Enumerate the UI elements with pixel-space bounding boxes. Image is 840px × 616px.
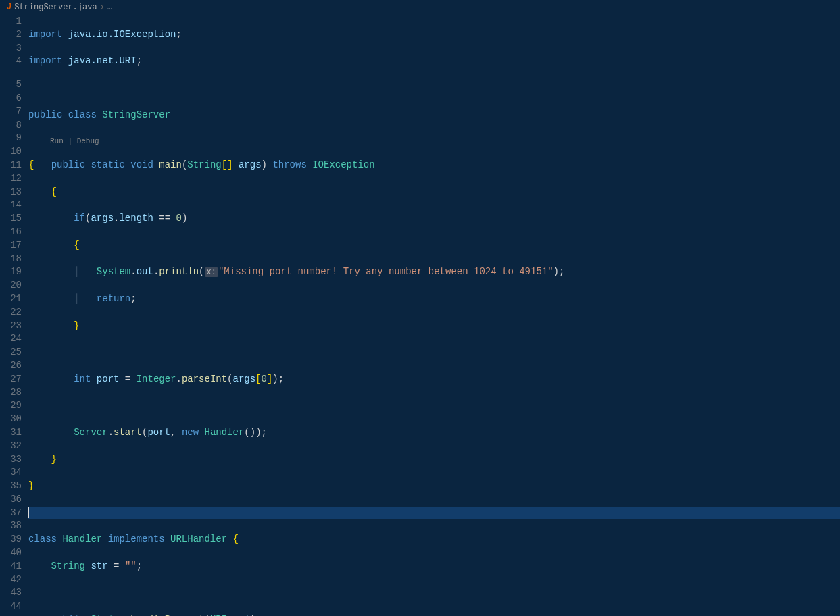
line-number: 32 [0, 440, 22, 453]
code-line[interactable]: int port = Integer.parseInt(args[0]); [28, 373, 840, 386]
line-number: 39 [0, 533, 22, 546]
code-line[interactable]: } [28, 480, 840, 493]
line-number: 9 [0, 132, 22, 145]
line-number: 27 [0, 373, 22, 386]
code-line[interactable]: } [28, 453, 840, 467]
line-number: 31 [0, 426, 22, 440]
line-number: 41 [0, 560, 22, 573]
code-line[interactable] [28, 586, 840, 600]
line-number: 25 [0, 346, 22, 359]
line-number: 15 [0, 212, 22, 226]
line-number: 3 [0, 42, 22, 55]
line-number: 37 [0, 507, 22, 520]
cursor [28, 507, 29, 518]
line-number: 23 [0, 319, 22, 333]
line-number: 13 [0, 186, 22, 199]
line-number: 44 [0, 600, 22, 613]
code-line[interactable]: { [28, 239, 840, 253]
line-number: 21 [0, 292, 22, 306]
code-line[interactable]: { public static void main(String[] args)… [28, 159, 840, 172]
inlay-hint: x: [205, 267, 218, 277]
line-number: 10 [0, 145, 22, 159]
code-line[interactable]: if(args.length == 0) [28, 212, 840, 226]
code-line[interactable]: } [28, 319, 840, 333]
line-number: 18 [0, 253, 22, 266]
line-number: 34 [0, 466, 22, 480]
code-line[interactable]: import java.io.IOException; [28, 28, 840, 42]
code-line[interactable]: │ return; [28, 292, 840, 306]
chevron-right-icon: › [100, 3, 105, 12]
line-number: 7 [0, 105, 22, 119]
line-number: 11 [0, 159, 22, 172]
line-number: 5 [0, 78, 22, 92]
code-line[interactable] [28, 82, 840, 95]
line-number: 2 [0, 28, 22, 42]
line-number: 20 [0, 279, 22, 292]
code-line[interactable]: │ System.out.println(x:"Missing port num… [28, 265, 840, 279]
code-line[interactable] [28, 399, 840, 413]
line-number: 42 [0, 573, 22, 587]
code-line[interactable]: public class StringServer [28, 109, 840, 122]
breadcrumb-file[interactable]: StringServer.java [14, 3, 97, 12]
line-number: 35 [0, 480, 22, 493]
line-number: 22 [0, 306, 22, 319]
code-line[interactable]: { [28, 186, 840, 199]
line-number: 4 [0, 55, 22, 68]
line-number: 6 [0, 92, 22, 105]
code-line-current[interactable] [28, 507, 840, 520]
line-number: 12 [0, 172, 22, 186]
line-number: 36 [0, 493, 22, 507]
line-number-gutter: 1 2 3 4 5 6 7 8 9 10 11 12 13 14 15 16 1… [0, 15, 28, 616]
line-number: 26 [0, 359, 22, 373]
code-area[interactable]: import java.io.IOException; import java.… [28, 15, 840, 616]
code-line[interactable]: public String handleRequest(URI url) [28, 613, 840, 616]
code-line[interactable] [28, 346, 840, 359]
line-number: 38 [0, 519, 22, 533]
line-number: 8 [0, 119, 22, 132]
line-number: 19 [0, 265, 22, 279]
breadcrumb-trail[interactable]: … [107, 3, 112, 12]
codelens-run[interactable]: Run [50, 137, 64, 145]
line-number: 1 [0, 15, 22, 28]
breadcrumb: J StringServer.java › … [0, 0, 840, 15]
line-number: 16 [0, 226, 22, 239]
code-editor[interactable]: 1 2 3 4 5 6 7 8 9 10 11 12 13 14 15 16 1… [0, 15, 840, 616]
line-number: 14 [0, 199, 22, 212]
code-line[interactable]: class Handler implements URLHandler { [28, 533, 840, 546]
line-number: 29 [0, 399, 22, 413]
line-number: 40 [0, 546, 22, 560]
code-line[interactable]: import java.net.URI; [28, 55, 840, 68]
line-number: 28 [0, 386, 22, 400]
codelens-debug[interactable]: Debug [77, 137, 99, 145]
line-number: 17 [0, 239, 22, 253]
line-number: 43 [0, 586, 22, 600]
line-number: 30 [0, 413, 22, 426]
code-line[interactable]: String str = ""; [28, 560, 840, 573]
line-number: 24 [0, 332, 22, 346]
code-line[interactable]: Server.start(port, new Handler()); [28, 426, 840, 440]
codelens: Run | Debug [28, 135, 840, 145]
java-file-icon: J [7, 3, 11, 12]
line-number: 33 [0, 453, 22, 467]
